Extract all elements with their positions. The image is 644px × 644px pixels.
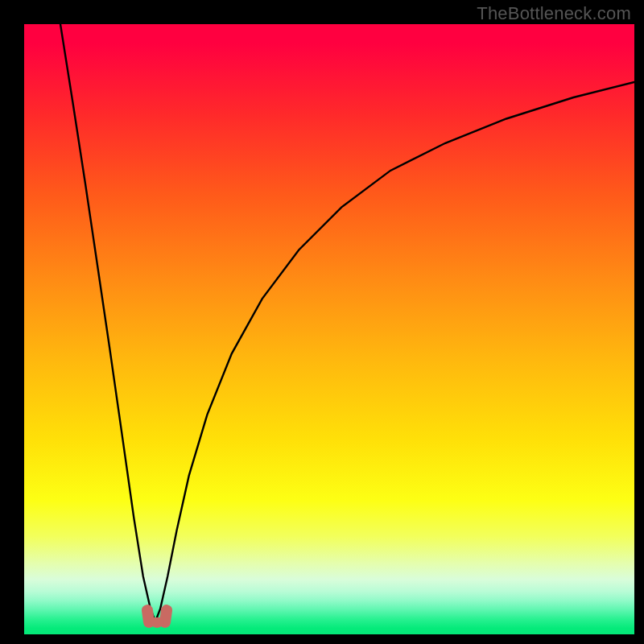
watermark-text: TheBottleneck.com [477, 3, 631, 24]
chart-curve-layer [24, 24, 634, 634]
curve-left-branch [60, 24, 155, 621]
chart-plot-area [24, 24, 634, 634]
curve-right-branch [155, 82, 634, 621]
min-marker [142, 604, 171, 628]
